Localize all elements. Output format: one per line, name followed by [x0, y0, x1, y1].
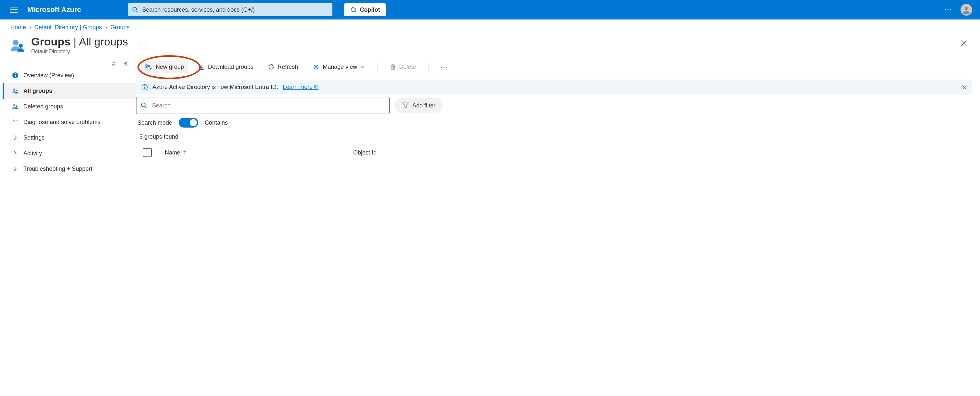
search-icon	[141, 102, 147, 109]
search-icon	[132, 7, 138, 13]
toolbar-more-icon[interactable]: ⋯	[437, 63, 451, 71]
banner-close-icon[interactable]	[962, 85, 967, 90]
close-icon[interactable]	[961, 40, 967, 46]
svg-point-3	[13, 40, 19, 46]
breadcrumb: Home › Default Directory | Groups › Grou…	[0, 19, 980, 35]
chevron-right-icon: ›	[105, 24, 107, 31]
banner-learn-more-link[interactable]: Learn more ⧉	[283, 84, 318, 90]
toolbar: New group Download groups Refresh Manage…	[136, 59, 972, 76]
search-mode-value: Contains	[205, 119, 228, 126]
download-groups-button[interactable]: Download groups	[195, 61, 257, 73]
chevron-right-icon	[12, 166, 19, 171]
sidebar-item-settings[interactable]: Settings	[3, 130, 136, 146]
manage-view-button[interactable]: Manage view	[309, 61, 369, 73]
sidebar-item-troubleshooting[interactable]: Troubleshooting + Support	[3, 161, 136, 177]
people-icon	[12, 88, 19, 94]
svg-point-10	[13, 104, 16, 106]
table-header: Name Object Id	[136, 146, 972, 160]
global-search-input[interactable]	[128, 3, 332, 16]
svg-rect-6	[15, 74, 16, 77]
main-content: New group Download groups Refresh Manage…	[136, 59, 980, 177]
info-icon	[142, 84, 148, 90]
breadcrumb-item-home[interactable]: Home	[10, 24, 26, 31]
filter-icon	[402, 102, 409, 109]
copilot-button[interactable]: Copilot	[344, 3, 386, 16]
toolbar-label: New group	[156, 63, 184, 70]
chevron-down-icon	[360, 66, 365, 69]
toolbar-label: Refresh	[277, 63, 298, 70]
hamburger-menu-icon[interactable]	[8, 5, 19, 14]
svg-line-1	[136, 11, 138, 12]
user-avatar[interactable]	[961, 4, 972, 16]
sort-asc-icon	[183, 150, 187, 155]
svg-point-11	[16, 106, 18, 107]
search-mode-label: Search mode	[137, 119, 172, 126]
gear-icon	[313, 64, 320, 70]
sidebar-item-label: Deleted groups	[23, 103, 63, 110]
breadcrumb-item-groups[interactable]: Groups	[110, 24, 130, 31]
trash-icon	[390, 64, 396, 70]
collapse-sidebar-icon[interactable]	[123, 61, 128, 66]
chevron-right-icon	[12, 135, 19, 140]
select-all-checkbox[interactable]	[143, 148, 152, 157]
sidebar-item-all-groups[interactable]: All groups	[3, 83, 136, 99]
copilot-icon	[350, 6, 357, 13]
wrench-icon	[12, 119, 19, 125]
sort-icon[interactable]	[111, 61, 116, 66]
sidebar-item-label: Troubleshooting + Support	[23, 166, 92, 173]
refresh-button[interactable]: Refresh	[264, 61, 302, 73]
sidebar-item-label: Settings	[23, 135, 45, 141]
svg-point-8	[13, 89, 16, 91]
sidebar-item-deleted-groups[interactable]: Deleted groups	[3, 99, 136, 114]
info-icon	[12, 72, 19, 79]
toolbar-label: Delete	[399, 63, 416, 70]
add-filter-button[interactable]: Add filter	[395, 98, 442, 113]
chevron-right-icon	[12, 151, 19, 155]
toolbar-label: Download groups	[208, 63, 253, 70]
sidebar-item-overview[interactable]: Overview (Preview)	[3, 68, 136, 83]
top-bar: Microsoft Azure Copilot ⋯	[0, 0, 980, 19]
svg-point-9	[16, 90, 18, 92]
svg-point-7	[15, 73, 16, 74]
toolbar-label: Manage view	[323, 63, 357, 70]
people-plus-icon	[145, 64, 153, 70]
svg-point-0	[133, 8, 137, 11]
add-filter-label: Add filter	[412, 102, 436, 109]
breadcrumb-item-directory[interactable]: Default Directory | Groups	[35, 24, 102, 31]
title-more-icon[interactable]: ⋯	[140, 40, 147, 48]
svg-point-18	[142, 103, 145, 107]
info-banner: Azure Active Directory is now Microsoft …	[136, 81, 972, 94]
svg-line-19	[145, 106, 146, 108]
chevron-right-icon: ›	[29, 24, 31, 31]
sidebar-item-label: Overview (Preview)	[23, 72, 74, 79]
page-title: Groups | All groups	[31, 35, 128, 48]
svg-point-13	[148, 65, 150, 67]
brand-label: Microsoft Azure	[27, 6, 81, 14]
results-count: 3 groups found	[136, 132, 972, 146]
copilot-label: Copilot	[360, 6, 380, 13]
column-header-object-id[interactable]: Object Id	[353, 149, 377, 156]
people-icon	[12, 103, 19, 110]
sidebar-item-label: Activity	[23, 150, 42, 157]
svg-point-14	[315, 66, 317, 68]
delete-button: Delete	[386, 61, 420, 73]
column-header-name[interactable]: Name	[165, 149, 340, 156]
external-link-icon: ⧉	[314, 84, 318, 90]
download-icon	[199, 64, 205, 70]
sidebar-item-diagnose[interactable]: Diagnose and solve problems	[3, 114, 136, 130]
search-mode-toggle[interactable]	[179, 118, 198, 128]
svg-point-2	[965, 7, 968, 10]
banner-text: Azure Active Directory is now Microsoft …	[153, 84, 278, 90]
svg-point-17	[144, 86, 145, 86]
sidebar-item-label: All groups	[23, 88, 52, 95]
sidebar-item-activity[interactable]: Activity	[3, 146, 136, 161]
page-header: Groups | All groups Default Directory ⋯	[0, 35, 980, 59]
groups-search-input[interactable]	[136, 97, 390, 114]
refresh-icon	[268, 64, 274, 70]
svg-point-4	[19, 44, 23, 48]
groups-icon	[10, 37, 26, 53]
svg-rect-16	[144, 87, 145, 89]
header-more-icon[interactable]: ⋯	[944, 5, 953, 14]
new-group-button[interactable]: New group	[141, 61, 188, 73]
sidebar: Overview (Preview) All groups Deleted gr…	[3, 59, 136, 177]
